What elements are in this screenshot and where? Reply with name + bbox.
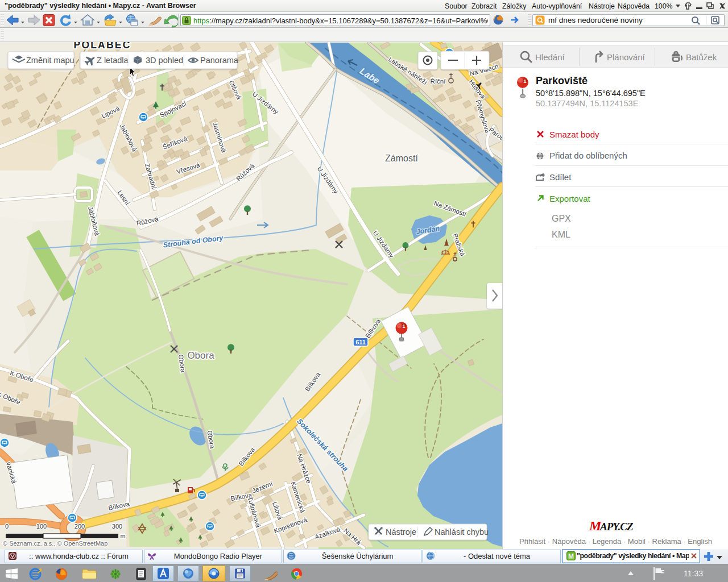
svg-text:APY.CZ: APY.CZ — [599, 521, 634, 533]
svg-text:3D pohled: 3D pohled — [146, 56, 183, 65]
svg-text:1: 1 — [523, 78, 527, 84]
svg-text:1: 1 — [402, 323, 405, 329]
svg-text:0: 0 — [5, 523, 9, 530]
svg-text:Zámostí: Zámostí — [385, 153, 418, 163]
svg-text:M: M — [568, 552, 574, 560]
svg-text:POLABEC: POLABEC — [74, 42, 131, 51]
svg-text:m: m — [120, 533, 125, 539]
svg-text:611: 611 — [355, 339, 366, 346]
svg-text:200: 200 — [75, 523, 85, 530]
svg-text:Nástroje: Nástroje — [386, 527, 416, 537]
svg-text:Z letadla: Z letadla — [97, 56, 129, 65]
svg-text:300: 300 — [112, 523, 122, 530]
svg-text:Říční: Říční — [431, 78, 446, 85]
svg-text:Nahlásit chybu: Nahlásit chybu — [435, 527, 489, 537]
svg-text:100: 100 — [36, 523, 47, 530]
svg-text:Změnit mapu: Změnit mapu — [26, 56, 75, 65]
svg-text:Panorama: Panorama — [200, 56, 239, 65]
svg-text:Obora: Obora — [187, 350, 214, 361]
svg-text:© Seznam.cz, a.s., © OpenStree: © Seznam.cz, a.s., © OpenStreetMap — [3, 540, 107, 547]
